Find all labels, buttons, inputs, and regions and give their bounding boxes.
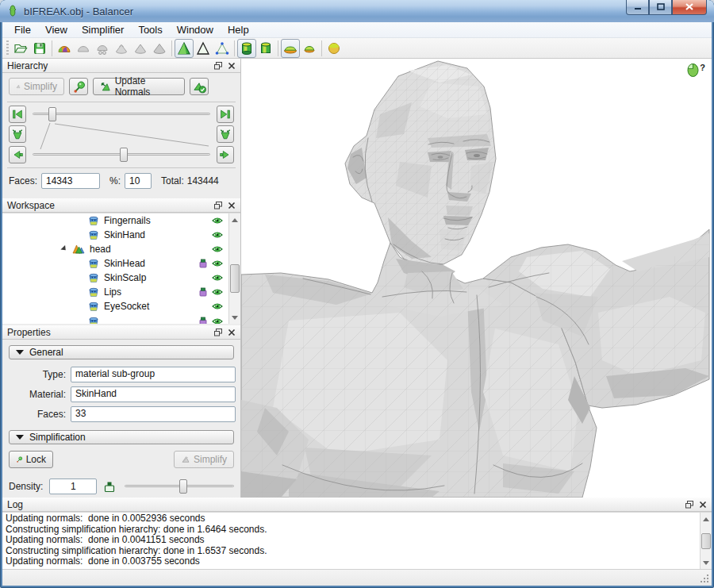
close-panel-icon[interactable] xyxy=(228,202,236,209)
scroll-up-icon[interactable] xyxy=(701,513,711,525)
cylinder-open-icon[interactable] xyxy=(256,39,275,58)
lock-button[interactable]: Lock xyxy=(9,451,53,468)
detail-slider-thumb[interactable] xyxy=(120,148,128,162)
toolbar-separator xyxy=(321,40,322,56)
last-level-button[interactable] xyxy=(217,106,234,123)
visibility-eye-icon[interactable] xyxy=(212,229,223,240)
menu-view[interactable]: View xyxy=(38,22,75,37)
cone-large-icon[interactable] xyxy=(150,39,169,58)
pin-hierarchy-button[interactable] xyxy=(69,78,88,95)
workspace-title-bar[interactable]: Workspace xyxy=(2,198,240,213)
cone-small-icon[interactable] xyxy=(112,39,131,58)
maximize-button[interactable] xyxy=(649,0,672,15)
level-slider-thumb[interactable] xyxy=(48,107,56,121)
hierarchy-title-bar[interactable]: Hierarchy xyxy=(2,59,240,73)
visibility-eye-icon[interactable] xyxy=(212,316,223,324)
dome-wide-icon[interactable] xyxy=(281,39,300,58)
visibility-eye-icon[interactable] xyxy=(212,244,223,255)
log-line: Constructing simplification hierarchy: d… xyxy=(2,546,712,557)
first-level-button[interactable] xyxy=(9,106,26,123)
close-panel-icon[interactable] xyxy=(699,501,707,509)
app-window: bIFREAK.obj - Balancer File View Simplif… xyxy=(0,0,714,588)
tree-item-eyesocket[interactable]: EyeSocket xyxy=(2,299,240,313)
density-slider-thumb[interactable] xyxy=(179,479,187,494)
sphere-dome-icon[interactable] xyxy=(324,39,344,58)
detail-slider[interactable] xyxy=(33,146,210,163)
cone-medium-icon[interactable] xyxy=(131,39,150,58)
menu-help[interactable]: Help xyxy=(221,22,256,37)
tree-item-clipped[interactable] xyxy=(2,313,240,324)
close-panel-icon[interactable] xyxy=(228,329,236,336)
tree-item-lips[interactable]: Lips xyxy=(2,285,240,299)
visibility-eye-icon[interactable] xyxy=(212,301,223,312)
viewport[interactable]: ? xyxy=(240,59,712,498)
log-output[interactable]: Updating normals: done in 0.0052936 seco… xyxy=(2,512,712,569)
vertex-triangle-icon[interactable] xyxy=(213,39,232,58)
percent-input[interactable] xyxy=(125,173,152,189)
menu-tools[interactable]: Tools xyxy=(131,22,169,37)
mouse-help-icon[interactable]: ? xyxy=(687,63,705,77)
simplify-button[interactable]: Simplify xyxy=(9,78,64,95)
density-input[interactable] xyxy=(49,478,97,494)
menu-simplifier[interactable]: Simplifier xyxy=(75,22,131,37)
scroll-up-icon[interactable] xyxy=(230,214,240,225)
density-label: Density: xyxy=(9,481,43,492)
scroll-down-icon[interactable] xyxy=(701,557,711,568)
menu-file[interactable]: File xyxy=(7,22,38,37)
dome-segment-icon[interactable] xyxy=(55,39,74,58)
float-panel-icon[interactable] xyxy=(685,501,693,509)
tree-item-fingernails[interactable]: Fingernails xyxy=(2,213,240,228)
general-section-header[interactable]: General xyxy=(9,345,234,359)
compress-right-button[interactable] xyxy=(217,125,234,143)
float-panel-icon[interactable] xyxy=(214,202,222,209)
close-panel-icon[interactable] xyxy=(228,62,236,70)
dome-narrow-icon[interactable] xyxy=(300,39,319,58)
tree-expander-icon[interactable] xyxy=(60,245,67,252)
model-canvas[interactable] xyxy=(241,59,712,498)
wireframe-triangle-icon[interactable] xyxy=(194,39,213,58)
toolbar-grip[interactable] xyxy=(6,40,9,56)
compress-left-button[interactable] xyxy=(9,125,26,143)
level-slider[interactable] xyxy=(33,106,210,123)
visibility-eye-icon[interactable] xyxy=(212,215,223,226)
resize-grip[interactable] xyxy=(699,573,710,584)
tree-item-skinhand[interactable]: SkinHand xyxy=(2,228,240,242)
density-slider[interactable] xyxy=(125,478,234,495)
auto-normals-button[interactable] xyxy=(190,78,209,95)
close-button[interactable] xyxy=(672,0,707,15)
open-file-icon[interactable] xyxy=(11,39,30,58)
tree-item-head[interactable]: head xyxy=(2,242,240,256)
type-row: Type: material sub-group xyxy=(2,367,236,382)
group-icon xyxy=(72,243,85,256)
visibility-eye-icon[interactable] xyxy=(212,286,223,298)
save-file-icon[interactable] xyxy=(30,39,49,58)
simplification-section-header[interactable]: Simplification xyxy=(9,430,234,444)
sphere-icon[interactable] xyxy=(74,39,93,58)
cylinder-capped-icon[interactable] xyxy=(237,39,256,58)
float-panel-icon[interactable] xyxy=(214,62,222,70)
title-bar[interactable]: bIFREAK.obj - Balancer xyxy=(0,0,714,22)
faces-input[interactable] xyxy=(41,173,100,189)
minimize-button[interactable] xyxy=(626,0,649,15)
properties-title-bar[interactable]: Properties xyxy=(2,325,240,340)
scroll-down-icon[interactable] xyxy=(230,312,240,323)
update-normals-button[interactable]: Update Normals xyxy=(93,78,185,95)
step-back-button[interactable] xyxy=(9,146,26,163)
log-scrollbar[interactable] xyxy=(700,513,712,569)
scrollbar-thumb[interactable] xyxy=(701,533,711,549)
menu-window[interactable]: Window xyxy=(170,22,221,37)
total-label: Total: xyxy=(161,175,184,186)
tree-item-skinhead[interactable]: SkinHead xyxy=(2,256,240,271)
scrollbar-thumb[interactable] xyxy=(230,264,240,293)
workspace-scrollbar[interactable] xyxy=(228,213,240,324)
log-line: Updating normals: done in 0.003755 secon… xyxy=(2,556,712,567)
simplify-node-button[interactable]: Simplify xyxy=(174,451,234,468)
step-forward-button[interactable] xyxy=(217,146,234,163)
tree-item-skinscalp[interactable]: SkinScalp xyxy=(2,271,240,285)
sphere-split-icon[interactable] xyxy=(93,39,112,58)
log-title-bar[interactable]: Log xyxy=(2,498,712,512)
float-panel-icon[interactable] xyxy=(214,329,222,336)
visibility-eye-icon[interactable] xyxy=(212,272,223,283)
shaded-triangle-icon[interactable] xyxy=(175,39,194,58)
visibility-eye-icon[interactable] xyxy=(212,258,223,269)
